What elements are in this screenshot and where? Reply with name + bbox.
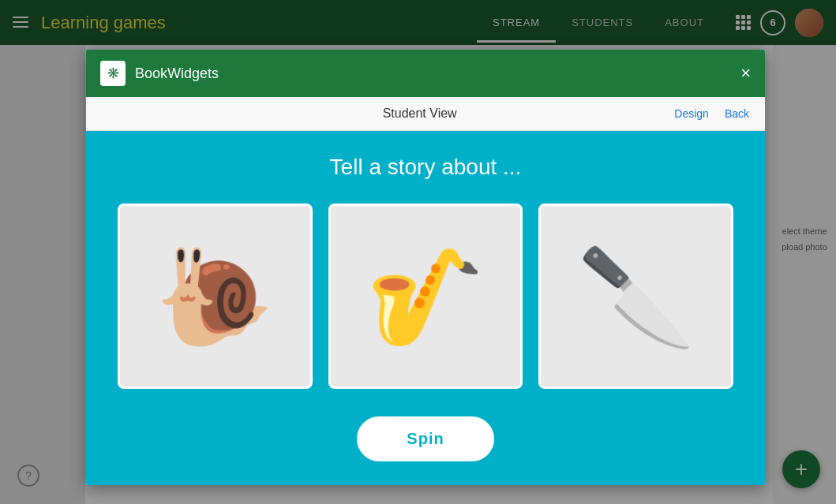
modal-body: Tell a story about ... 🐌 🎷 🔪 Spin [86, 131, 765, 485]
image-card-knife[interactable]: 🔪 [538, 203, 733, 389]
spin-button[interactable]: Spin [357, 416, 493, 461]
back-link[interactable]: Back [725, 107, 749, 120]
snail-emoji: 🐌 [156, 249, 274, 344]
modal-close-button[interactable]: × [740, 65, 751, 82]
bookwidgets-logo: ❋ [100, 61, 126, 86]
logo-icon: ❋ [107, 65, 119, 82]
knife-emoji: 🔪 [577, 249, 695, 344]
student-view-title: Student View [165, 106, 674, 121]
image-card-snail[interactable]: 🐌 [118, 203, 313, 389]
story-title: Tell a story about ... [118, 155, 733, 180]
spin-button-container: Spin [118, 416, 733, 461]
saxophone-emoji: 🎷 [366, 249, 485, 344]
modal-title: BookWidgets [135, 65, 731, 82]
modal-subheader: Student View Design Back [86, 97, 765, 131]
image-card-saxophone[interactable]: 🎷 [328, 203, 523, 389]
image-cards: 🐌 🎷 🔪 [118, 203, 733, 389]
design-link[interactable]: Design [674, 107, 709, 120]
modal-dialog: ❋ BookWidgets × Student View Design Back… [86, 50, 765, 485]
modal-header: ❋ BookWidgets × [86, 50, 765, 97]
modal-subheader-links: Design Back [674, 107, 749, 120]
